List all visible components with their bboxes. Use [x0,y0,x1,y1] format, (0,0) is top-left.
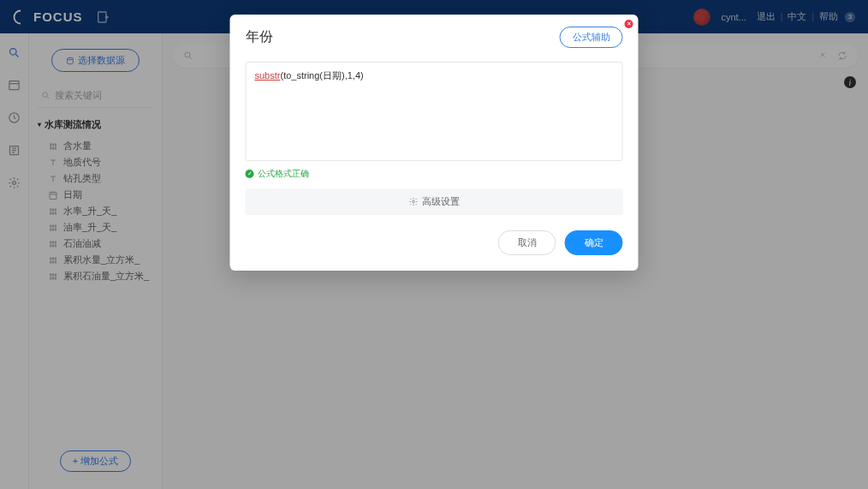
close-button[interactable]: ✕ [625,20,633,28]
confirm-button[interactable]: 确定 [565,230,623,255]
modal-header: 年份 公式辅助 [230,15,639,55]
formula-help-button[interactable]: 公式辅助 [560,27,623,48]
validation-message: ✓ 公式格式正确 [230,166,639,188]
formula-modal: ✕ 年份 公式辅助 substr(to_string(日期),1,4) ✓ 公式… [230,15,639,271]
modal-footer: 取消 确定 [230,230,639,271]
formula-rest: (to_string(日期),1,4) [280,70,363,81]
cancel-button[interactable]: 取消 [498,230,556,255]
formula-fn: substr [255,70,281,81]
validation-text: 公式格式正确 [258,168,309,180]
gear-icon [408,197,418,206]
advanced-settings-button[interactable]: 高级设置 [246,188,623,215]
svg-point-10 [412,200,414,203]
modal-title: 年份 [246,28,273,46]
check-icon: ✓ [246,170,254,178]
advanced-label: 高级设置 [422,195,460,208]
formula-textarea[interactable]: substr(to_string(日期),1,4) [246,62,623,161]
